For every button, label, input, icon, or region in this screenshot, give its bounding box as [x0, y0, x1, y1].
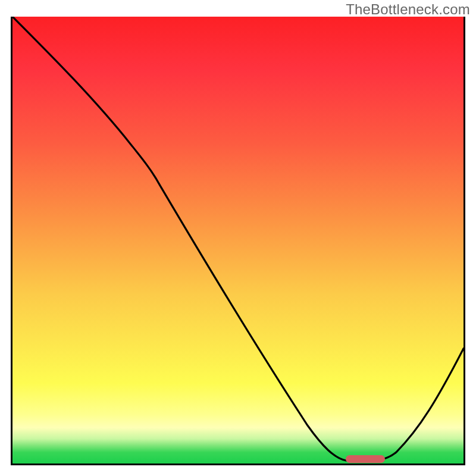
optimal-marker	[346, 455, 385, 463]
plot-area	[11, 17, 465, 465]
watermark-text: TheBottleneck.com	[346, 1, 470, 18]
chart-container: TheBottleneck.com	[0, 0, 476, 476]
bottleneck-curve	[12, 17, 464, 464]
